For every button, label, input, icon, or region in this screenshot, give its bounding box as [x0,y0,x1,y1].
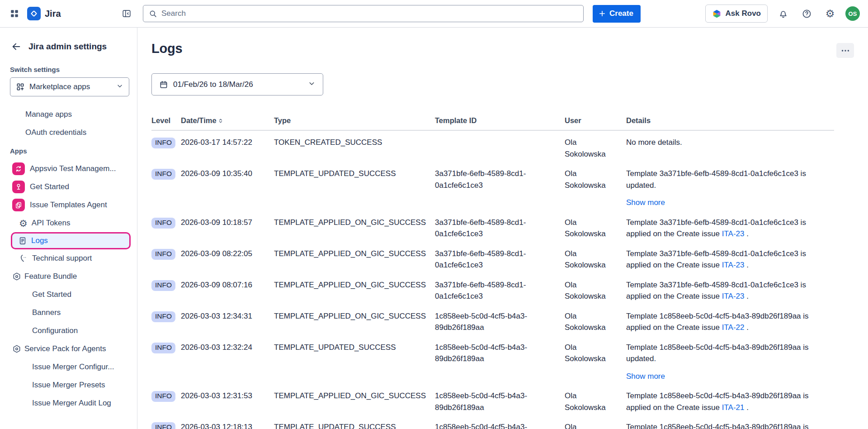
column-header-level: Level [151,116,181,130]
sort-icon [218,118,223,124]
table-row: INFO2026-03-09 10:35:40TEMPLATE_UPDATED_… [151,164,834,213]
sidebar-item-issue-templates-agent[interactable]: Issue Templates Agent [0,196,137,214]
sidebar-item-service-pack-for-agents[interactable]: Service Pack for Agents [0,340,137,358]
sidebar-item-label: OAuth credentials [25,128,86,137]
level-badge: INFO [151,280,175,291]
sidebar-item-appsvio-test-management[interactable]: Appsvio Test Managem... [0,160,137,178]
bell-icon[interactable] [775,5,791,22]
level-badge: INFO [151,311,175,322]
issue-link[interactable]: ITA-21 [722,403,745,412]
log-details: Template 3a371bfe-6efb-4589-8cd1-0a1cfe6… [626,164,834,213]
chevron-down-icon [308,80,316,90]
ask-rovo-button[interactable]: Ask Rovo [705,5,768,23]
sidebar-item-label: API Tokens [32,219,71,228]
sidebar-item-logs[interactable]: Logs [11,232,131,249]
sidebar-item-api-tokens[interactable]: ⚙API Tokens [0,214,137,232]
log-type: TOKEN_CREATED_SUCCESS [274,130,435,164]
log-datetime: 2026-03-03 12:18:13 [181,417,274,429]
log-details: Template 3a371bfe-6efb-4589-8cd1-0a1cfe6… [626,213,834,244]
show-more-link[interactable]: Show more [626,371,665,382]
sidebar-item-issue-merger-audit-log[interactable]: Issue Merger Audit Log [0,394,137,412]
log-type: TEMPLATE_UPDATED_SUCCESS [274,338,435,386]
table-row: INFO2026-03-09 08:07:16TEMPLATE_APPLIED_… [151,275,834,306]
sidebar-item-label: Issue Merger Presets [32,381,105,390]
log-template-id [435,130,565,164]
settings-switcher-select[interactable]: Marketplace apps [10,77,129,96]
sidebar-item-issue-merger-presets[interactable]: Issue Merger Presets [0,376,137,394]
level-badge: INFO [151,343,175,353]
sidebar-item-label: Appsvio Test Managem... [30,164,116,173]
log-datetime: 2026-03-09 10:18:57 [181,213,274,244]
admin-sidebar: Jira admin settings Switch settings Mark… [0,28,137,429]
sidebar-item-feature-bundle-get-started[interactable]: Get Started [0,286,137,304]
marketplace-grid-icon [16,82,25,91]
column-header-user: User [565,116,626,130]
column-header-date-time[interactable]: Date/Time [181,116,274,130]
hexagon-nut-icon [12,344,21,353]
table-row: INFO2026-03-09 10:18:57TEMPLATE_APPLIED_… [151,213,834,244]
page-title: Logs [151,41,834,56]
log-template-id: 1c858eeb-5c0d-4cf5-b4a3-89db26f189aa [435,338,565,386]
more-actions-button[interactable] [836,43,854,58]
log-template-id: 3a371bfe-6efb-4589-8cd1-0a1cfe6c1ce3 [435,213,565,244]
sidebar-item-oauth-credentials[interactable]: OAuth credentials [0,124,137,142]
product-name: Jira [45,9,61,19]
global-search[interactable] [143,5,584,22]
sidebar-item-label: Issue Merger Configur... [32,362,114,372]
log-type: TEMPLATE_APPLIED_ON_GIC_SUCCESS [274,275,435,306]
level-badge: INFO [151,249,175,260]
sidebar-item-label: Get Started [32,290,71,299]
rovo-logo-icon [712,9,722,19]
log-type: TEMPLATE_UPDATED_SUCCESS [274,417,435,429]
log-type: TEMPLATE_UPDATED_SUCCESS [274,164,435,213]
sidebar-item-issue-merger-configuration[interactable]: Issue Merger Configur... [0,358,137,376]
issue-link[interactable]: ITA-23 [722,292,745,300]
sidebar-collapse-icon[interactable] [118,5,135,22]
issue-link[interactable]: ITA-22 [722,323,745,332]
log-template-id: 1c858eeb-5c0d-4cf5-b4a3-89db26f189aa [435,306,565,338]
log-template-id: 1c858eeb-5c0d-4cf5-b4a3-89db26f189aa [435,417,565,429]
issue-link[interactable]: ITA-23 [722,229,745,238]
help-icon[interactable] [798,5,815,22]
sidebar-item-manage-apps[interactable]: Manage apps [0,105,137,124]
sidebar-item-label: Issue Merger Audit Log [32,399,111,408]
main-content: Logs 01/Feb/26 to 18/Mar/26 LevelDate/Ti… [137,28,868,429]
log-user: Ola Sokolowska [565,338,626,386]
sidebar-item-label: Service Pack for Agents [24,344,106,353]
sidebar-item-feature-bundle[interactable]: Feature Bundle [0,267,137,286]
level-badge: INFO [151,391,175,402]
search-input[interactable] [161,9,578,18]
date-range-filter[interactable]: 01/Feb/26 to 18/Mar/26 [151,73,323,95]
top-navigation-bar: Jira Create Ask Rovo ⚙ OS [0,0,868,28]
sidebar-item-technical-support[interactable]: Technical support [0,249,137,267]
log-user: Ola Sokolowska [565,213,626,244]
sidebar-title: Jira admin settings [28,42,107,52]
sidebar-item-banners[interactable]: Banners [0,304,137,322]
switch-settings-label: Switch settings [0,53,137,77]
table-header-row: LevelDate/TimeTypeTemplate IDUserDetails [151,116,834,130]
log-datetime: 2026-03-17 14:57:22 [181,130,274,164]
log-template-id: 3a371bfe-6efb-4589-8cd1-0a1cfe6c1ce3 [435,275,565,306]
back-arrow-icon[interactable] [10,40,23,53]
column-header-details: Details [626,116,834,130]
plus-icon [598,10,606,18]
issue-link[interactable]: ITA-23 [722,261,745,269]
log-details: Template 1c858eeb-5c0d-4cf5-b4a3-89db26f… [626,386,834,417]
show-more-link[interactable]: Show more [626,197,665,209]
log-details: Template 1c858eeb-5c0d-4cf5-b4a3-89db26f… [626,306,834,338]
app-switcher-icon[interactable] [6,5,23,22]
user-avatar[interactable]: OS [845,6,860,21]
log-user: Ola Sokolowska [565,275,626,306]
log-datetime: 2026-03-09 08:07:16 [181,275,274,306]
column-header-template-id: Template ID [435,116,565,130]
log-template-id: 3a371bfe-6efb-4589-8cd1-0a1cfe6c1ce3 [435,164,565,213]
table-row: INFO2026-03-17 14:57:22TOKEN_CREATED_SUC… [151,130,834,164]
log-template-id: 1c858eeb-5c0d-4cf5-b4a3-89db26f189aa [435,386,565,417]
level-badge: INFO [151,218,175,229]
create-button[interactable]: Create [593,5,641,23]
sidebar-item-configuration[interactable]: Configuration [0,322,137,340]
gear-icon[interactable]: ⚙ [822,5,838,22]
hexagon-nut-icon [12,272,21,281]
search-icon [149,10,157,18]
sidebar-item-get-started[interactable]: Get Started [0,178,137,196]
